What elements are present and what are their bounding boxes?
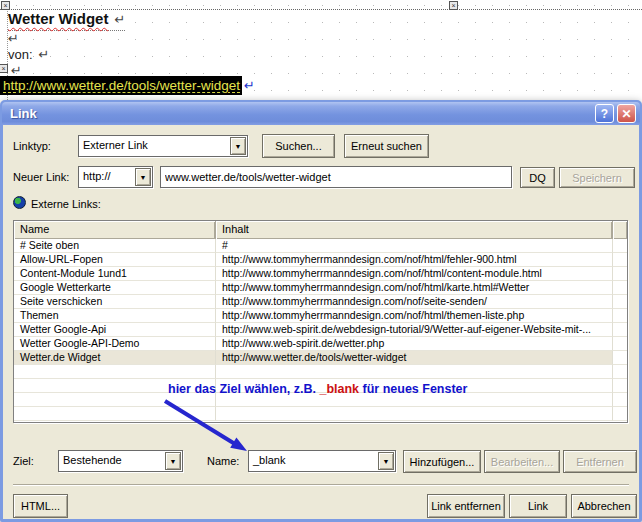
row-name: Allow-URL-Fopen (14, 253, 216, 267)
annotation-text: für neues Fenster (359, 382, 467, 396)
row-inhalt: http://www.web-spirit.de/wetter.php (216, 337, 613, 351)
annotation-highlight: _blank (319, 382, 359, 396)
link-line: http://www.wetter.de/tools/wetter-widget… (0, 76, 255, 95)
chevron-down-icon[interactable]: ▼ (378, 452, 394, 470)
document-heading-line: Wetter Widget↵ (8, 10, 125, 31)
speichern-button[interactable]: Speichern (559, 167, 635, 188)
tutorial-annotation: hier das Ziel wählen, z.B. _blank für ne… (168, 382, 467, 396)
ziel-value: Bestehende (63, 454, 122, 466)
paragraph-return-icon: ↵ (244, 78, 255, 93)
neuer-link-label: Neuer Link: (13, 171, 69, 183)
row-inhalt: http://www.tommyherrmanndesign.com/nof/s… (216, 295, 613, 309)
table-row[interactable]: Wetter.de Widgethttp://www.wetter.de/too… (14, 351, 627, 365)
highlighted-hyperlink[interactable]: http://www.wetter.de/tools/wetter-widget (0, 76, 242, 95)
url-input[interactable] (160, 166, 512, 188)
ziel-label: Ziel: (13, 455, 34, 467)
row-name (14, 407, 216, 421)
row-gutter (613, 309, 627, 323)
row-inhalt: # (216, 239, 613, 253)
document-heading[interactable]: Wetter Widget (8, 10, 108, 27)
anchor-icon[interactable]: × (0, 64, 8, 73)
table-row[interactable]: Seite verschickenhttp://www.tommyherrman… (14, 295, 627, 309)
row-inhalt: http://www.web-spirit.de/webdesign-tutor… (216, 323, 613, 337)
von-label: von: (8, 47, 33, 62)
link-button[interactable]: Link (509, 494, 567, 518)
abbrechen-button[interactable]: Abbrechen (571, 494, 637, 518)
row-gutter (613, 253, 627, 267)
column-header-name[interactable]: Name (14, 221, 216, 239)
chevron-down-icon[interactable]: ▼ (165, 452, 181, 470)
row-inhalt: http://www.tommyherrmanndesign.com/nof/h… (216, 267, 613, 281)
row-gutter (613, 351, 627, 365)
name-label: Name: (207, 455, 239, 467)
row-gutter (613, 379, 627, 393)
column-header-gutter (613, 221, 627, 239)
table-row[interactable]: # Seite oben# (14, 239, 627, 253)
row-gutter (613, 295, 627, 309)
protocol-select[interactable]: http:// ▼ (78, 166, 153, 188)
close-button[interactable]: ✕ (617, 104, 636, 123)
row-inhalt: http://www.tommyherrmanndesign.com/nof/h… (216, 309, 613, 323)
erneut-suchen-button[interactable]: Erneut suchen (344, 134, 429, 158)
row-gutter (613, 407, 627, 421)
protocol-value: http:// (83, 170, 111, 182)
column-header-inhalt[interactable]: Inhalt (216, 221, 613, 239)
help-button[interactable]: ? (595, 104, 614, 123)
paragraph-return-icon: ↵ (39, 47, 50, 62)
chevron-down-icon[interactable]: ▼ (135, 168, 151, 186)
paragraph-return-icon: ↵ (8, 31, 19, 46)
chevron-down-icon[interactable]: ▼ (230, 137, 246, 155)
row-inhalt (216, 365, 613, 379)
row-inhalt: http://www.tommyherrmanndesign.com/nof/h… (216, 281, 613, 295)
dialog-content: Linktyp: Externer Link ▼ Suchen... Erneu… (3, 125, 639, 519)
row-name (14, 365, 216, 379)
table-row-empty[interactable] (14, 365, 627, 379)
screen: × × × Wetter Widget↵ ↵ von:↵ ↵ http://ww… (0, 0, 642, 522)
dialog-titlebar[interactable]: Link ? ✕ (2, 102, 640, 125)
row-inhalt (216, 407, 613, 421)
row-name: Content-Module 1und1 (14, 267, 216, 281)
linktyp-select[interactable]: Externer Link ▼ (78, 135, 248, 157)
row-gutter (613, 281, 627, 295)
table-row[interactable]: Wetter Google-API-Demohttp://www.web-spi… (14, 337, 627, 351)
anchor-icon[interactable]: × (449, 1, 458, 10)
row-gutter (613, 337, 627, 351)
row-gutter (613, 267, 627, 281)
row-name: Google Wetterkarte (14, 281, 216, 295)
anchor-icon[interactable]: × (1, 1, 10, 10)
link-entfernen-button[interactable]: Link entfernen (427, 494, 505, 518)
row-gutter (613, 239, 627, 253)
table-row[interactable]: Wetter Google-Apihttp://www.web-spirit.d… (14, 323, 627, 337)
row-name: Seite verschicken (14, 295, 216, 309)
ziel-select[interactable]: Bestehende ▼ (58, 450, 183, 472)
bearbeiten-button[interactable]: Bearbeiten... (484, 450, 560, 473)
globe-icon (13, 196, 26, 209)
row-gutter (613, 393, 627, 407)
annotation-text: hier das Ziel wählen, z.B. (168, 382, 319, 396)
linktyp-label: Linktyp: (13, 140, 51, 152)
entfernen-button[interactable]: Entfernen (563, 450, 637, 473)
table-row-empty[interactable] (14, 407, 627, 421)
row-name: Themen (14, 309, 216, 323)
suchen-button[interactable]: Suchen... (262, 134, 335, 158)
table-row[interactable]: Allow-URL-Fopenhttp://www.tommyherrmannd… (14, 253, 627, 267)
row-inhalt: http://www.wetter.de/tools/wetter-widget (216, 351, 613, 365)
divider (13, 484, 629, 486)
row-inhalt: http://www.tommyherrmanndesign.com/nof/h… (216, 253, 613, 267)
table-row[interactable]: Google Wetterkartehttp://www.tommyherrma… (14, 281, 627, 295)
von-line: von:↵ (8, 47, 49, 62)
hinzufuegen-button[interactable]: Hinzufügen... (403, 450, 481, 473)
externe-links-label: Externe Links: (31, 198, 101, 210)
table-row[interactable]: Content-Module 1und1http://www.tommyherr… (14, 267, 627, 281)
row-name: Wetter Google-Api (14, 323, 216, 337)
name-select[interactable]: _blank ▼ (248, 450, 396, 472)
html-button[interactable]: HTML... (13, 494, 68, 518)
row-gutter (613, 365, 627, 379)
link-dialog: Link ? ✕ Linktyp: Externer Link ▼ Suchen… (0, 100, 642, 522)
row-name: # Seite oben (14, 239, 216, 253)
paragraph-return-icon: ↵ (114, 12, 125, 27)
row-name: Wetter Google-API-Demo (14, 337, 216, 351)
linktyp-value: Externer Link (83, 139, 148, 151)
table-row[interactable]: Themenhttp://www.tommyherrmanndesign.com… (14, 309, 627, 323)
dq-button[interactable]: DQ (520, 167, 555, 188)
